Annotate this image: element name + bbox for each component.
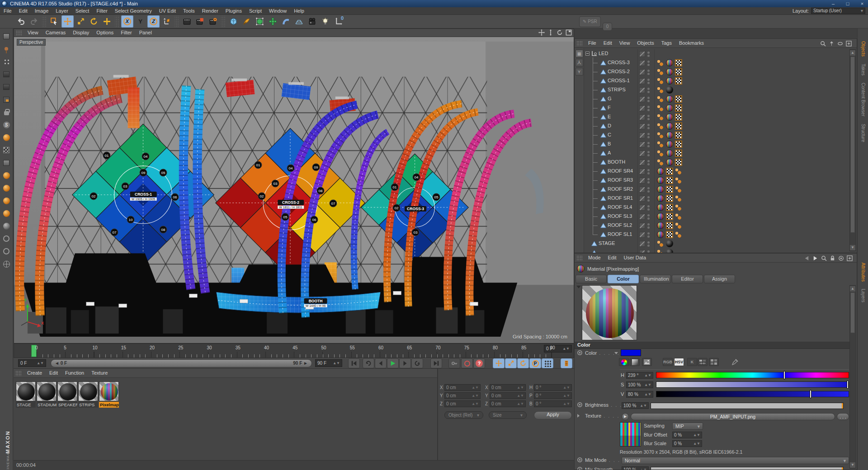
display-tag-icon[interactable] — [657, 68, 664, 75]
main-menu-items[interactable]: FileEditImageLayerSelectFilterSelect Geo… — [0, 7, 308, 15]
autokey-button[interactable] — [461, 358, 473, 368]
materials-menu-edit[interactable]: Edit — [46, 369, 61, 377]
mix-mode-dropdown[interactable]: Normal▾ — [622, 457, 849, 464]
next-key-button[interactable] — [411, 358, 423, 368]
visibility-dots-icon[interactable] — [647, 78, 650, 85]
menu-select-geometry[interactable]: Select Geometry — [111, 7, 156, 15]
coord-value-field[interactable]: 0 cm▲▼ — [490, 392, 526, 399]
visibility-dots-icon[interactable] — [647, 51, 650, 58]
axis-y-icon[interactable] — [1, 183, 11, 193]
visibility-dots-icon[interactable] — [647, 69, 650, 76]
material-thumbnail[interactable] — [16, 381, 36, 401]
material-tag-icon[interactable] — [657, 168, 664, 175]
om-menu-edit[interactable]: Edit — [600, 39, 616, 47]
om-menu-bookmarks[interactable]: Bookmarks — [675, 39, 708, 47]
material-tag-icon[interactable] — [666, 159, 673, 166]
om-menu-view[interactable]: View — [616, 39, 634, 47]
layer-box-icon[interactable] — [639, 87, 645, 93]
panel-tab-objects[interactable]: Objects — [858, 38, 868, 60]
key-scale-button[interactable] — [505, 358, 517, 368]
window-controls[interactable]: –□× — [829, 0, 866, 7]
brightness-slider[interactable] — [651, 403, 844, 409]
visibility-dots-icon[interactable] — [647, 150, 650, 157]
render-to-picture-viewer-button[interactable] — [194, 15, 206, 28]
object-row-roof-sr1[interactable]: ROOF SR1 — [585, 194, 849, 203]
uvw-tag-icon[interactable] — [666, 213, 673, 220]
material-tag-icon[interactable] — [666, 141, 673, 148]
mix-strength-field[interactable]: 100 %▲▼ — [622, 466, 649, 470]
blur-offset-field[interactable]: 0 %▲▼ — [672, 432, 702, 438]
material-thumbnail[interactable] — [78, 381, 98, 401]
viewport-menu-panel[interactable]: Panel — [136, 29, 156, 37]
menu-select[interactable]: Select — [72, 7, 93, 15]
color-swatch[interactable] — [621, 349, 641, 356]
key-pla-button[interactable] — [542, 358, 553, 368]
uvw-tag-icon[interactable] — [675, 141, 682, 148]
layer-box-icon[interactable] — [639, 250, 645, 253]
object-tree-scrollbar[interactable]: ▲ ▼ — [849, 49, 856, 251]
add-light-button[interactable] — [319, 15, 331, 28]
hsv-mode-button[interactable]: HSV — [674, 358, 684, 366]
coord-value-field[interactable]: 0 cm▲▼ — [444, 392, 481, 399]
coord-value-field[interactable]: 0 cm▲▼ — [490, 400, 526, 407]
materials-menu-texture[interactable]: Texture — [88, 369, 111, 377]
layer-box-icon[interactable] — [639, 232, 645, 238]
uvw-tag-icon[interactable] — [675, 150, 682, 157]
object-row-roof-sl3[interactable]: ROOF SL3 — [585, 212, 849, 221]
scene-canvas[interactable]: .hb{fill:none}.hd{fill:none;stroke:rgba(… — [14, 37, 574, 343]
window-control--[interactable]: × — [858, 0, 866, 7]
record-key-button[interactable] — [448, 358, 460, 368]
uvw-tag-icon[interactable] — [675, 104, 682, 112]
workplane-mode-icon[interactable] — [1, 158, 11, 168]
object-row-roof-sl1[interactable]: ROOF SL1 — [585, 230, 849, 239]
goto-end-button[interactable] — [430, 358, 442, 368]
uvw-tag-icon[interactable] — [675, 77, 682, 85]
add-null-object-button[interactable]: 0 — [332, 15, 344, 28]
material-tag-icon[interactable] — [657, 213, 664, 220]
coords-size-dropdown[interactable]: Size▾ — [489, 411, 527, 419]
attr-menu-user-data[interactable]: User Data — [620, 254, 650, 262]
object-row-roof-sr3[interactable]: ROOF SR3 — [585, 176, 849, 185]
coord-value-field[interactable]: 0 °▲▼ — [534, 384, 572, 391]
visibility-dots-icon[interactable] — [647, 87, 650, 94]
layer-box-icon[interactable] — [639, 114, 645, 120]
last-tool-button[interactable] — [101, 15, 113, 28]
display-tag-icon[interactable] — [675, 195, 682, 202]
history-back-icon[interactable] — [803, 255, 810, 262]
mix-mode-animate-radio[interactable] — [577, 457, 582, 462]
coord-value-field[interactable]: 0 cm▲▼ — [444, 400, 481, 407]
uvw-tag-icon[interactable] — [675, 132, 682, 139]
menu-image[interactable]: Image — [31, 7, 52, 15]
uvw-tag-icon[interactable] — [675, 113, 682, 121]
add-camera-button[interactable] — [306, 15, 318, 28]
layer-box-icon[interactable] — [639, 160, 645, 165]
material-tag-icon[interactable] — [666, 59, 673, 66]
hue-value-field[interactable]: 239 °▲▼ — [626, 372, 653, 379]
window-control--[interactable]: – — [829, 0, 837, 7]
layer-box-icon[interactable] — [639, 132, 645, 138]
om-menu-tags[interactable]: Tags — [658, 39, 675, 47]
material-thumbnail[interactable] — [37, 381, 57, 401]
display-tag-icon[interactable] — [675, 213, 682, 220]
visibility-dots-icon[interactable] — [647, 96, 650, 103]
material-tag-icon[interactable] — [666, 86, 673, 94]
panel-tab-attributes[interactable]: Attributes — [858, 259, 868, 285]
material-item-speaker[interactable]: SPEAKER — [57, 381, 77, 408]
menu-file[interactable]: File — [0, 7, 15, 15]
material-tab-illumination[interactable]: Illumination — [640, 275, 671, 283]
object-row-cross-2[interactable]: CROSS-2 — [585, 67, 849, 76]
menu-help[interactable]: Help — [290, 7, 308, 15]
uvw-tag-icon[interactable] — [666, 177, 673, 184]
material-tag-icon[interactable] — [666, 150, 673, 157]
visibility-dots-icon[interactable] — [647, 159, 650, 166]
color-picture-icon[interactable] — [642, 358, 652, 366]
visibility-dots-icon[interactable] — [647, 132, 650, 139]
goto-start-button[interactable] — [348, 358, 360, 368]
visibility-dots-icon[interactable] — [647, 240, 650, 248]
uvw-tag-icon[interactable] — [666, 204, 673, 211]
mix-strength-slider[interactable] — [651, 467, 844, 470]
color-animate-radio[interactable] — [577, 350, 582, 355]
texture-browse-button[interactable]: . . . — [837, 413, 849, 420]
preview-range-slider[interactable]: ◄ 0 F 90 F ► — [51, 359, 312, 367]
layout-select[interactable]: Startup (User)▾ — [811, 8, 865, 14]
